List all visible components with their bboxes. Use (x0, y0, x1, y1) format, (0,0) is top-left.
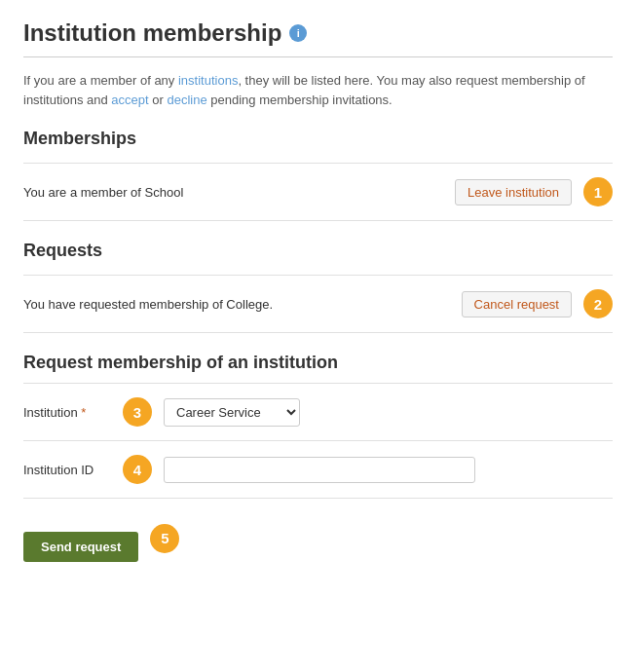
institution-row: Institution * 3 Career Service School Co… (23, 383, 613, 440)
badge-4: 4 (123, 455, 152, 484)
institution-id-label: Institution ID (23, 463, 111, 477)
cancel-request-button[interactable]: Cancel request (462, 291, 572, 317)
institution-select[interactable]: Career Service School College (164, 398, 300, 427)
intro-text: If you are a member of any institutions,… (23, 71, 613, 109)
badge-1: 1 (583, 177, 613, 206)
info-icon[interactable]: i (289, 24, 307, 42)
page-title-row: Institution membership i (23, 19, 613, 47)
request-row: You have requested membership of College… (23, 275, 613, 333)
institution-label: Institution * (23, 405, 111, 420)
request-text: You have requested membership of College… (23, 297, 450, 312)
member-text: You are a member of School (23, 185, 443, 200)
memberships-heading: Memberships (23, 129, 613, 149)
institution-id-row: Institution ID 4 (23, 440, 613, 499)
institutions-link[interactable]: institutions (178, 73, 238, 88)
send-request-button[interactable]: Send request (23, 532, 138, 562)
request-form-heading: Request membership of an institution (23, 353, 613, 373)
badge-5: 5 (150, 524, 179, 553)
title-divider (23, 56, 613, 57)
send-row: Send request 5 (23, 514, 613, 562)
decline-link[interactable]: decline (167, 93, 206, 107)
leave-institution-button[interactable]: Leave institution (455, 179, 572, 205)
membership-row: You are a member of School Leave institu… (23, 163, 613, 221)
page-title: Institution membership (23, 19, 281, 47)
badge-3: 3 (123, 397, 152, 427)
accept-link[interactable]: accept (111, 93, 148, 107)
memberships-section: Memberships You are a member of School L… (23, 129, 613, 221)
requests-section: Requests You have requested membership o… (23, 241, 613, 333)
institution-id-input[interactable] (164, 457, 475, 483)
badge-2: 2 (583, 289, 613, 318)
requests-heading: Requests (23, 241, 613, 261)
required-star: * (81, 405, 86, 420)
request-form-section: Request membership of an institution Ins… (23, 353, 613, 499)
